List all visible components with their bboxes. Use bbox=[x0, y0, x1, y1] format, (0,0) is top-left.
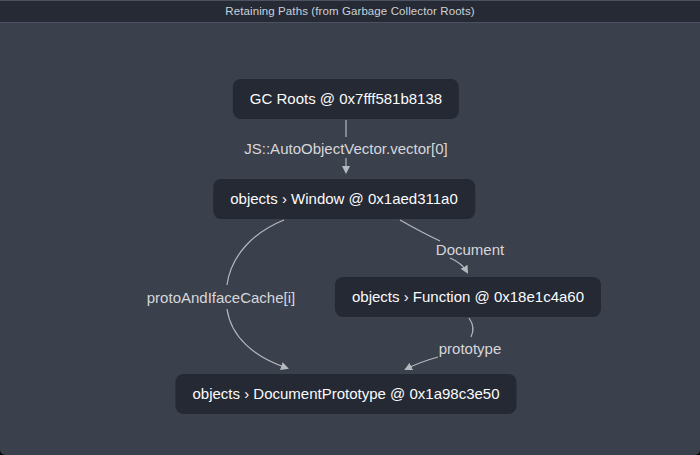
edge-window-function-upper bbox=[400, 220, 440, 241]
edge-label-protoandifacecache: protoAndIfaceCache[i] bbox=[147, 289, 295, 306]
node-document-prototype[interactable]: objects › DocumentPrototype @ 0x1a98c3e5… bbox=[175, 374, 516, 414]
edge-window-docproto-upper bbox=[227, 220, 284, 285]
retaining-paths-panel: Retaining Paths (from Garbage Collector … bbox=[0, 0, 700, 455]
edge-label-autoobjectvector: JS::AutoObjectVector.vector[0] bbox=[244, 140, 447, 157]
edge-label-document: Document bbox=[436, 241, 504, 258]
edge-window-docproto-lower bbox=[227, 309, 287, 368]
edge-label-prototype: prototype bbox=[439, 340, 502, 357]
edge-function-docproto-lower bbox=[406, 357, 438, 369]
edge-window-function-lower bbox=[450, 258, 467, 272]
node-window[interactable]: objects › Window @ 0x1aed311a0 bbox=[213, 179, 475, 219]
node-function[interactable]: objects › Function @ 0x18e1c4a60 bbox=[335, 277, 601, 317]
node-gc-roots[interactable]: GC Roots @ 0x7fff581b8138 bbox=[233, 79, 459, 119]
edge-function-docproto-upper bbox=[469, 318, 473, 337]
